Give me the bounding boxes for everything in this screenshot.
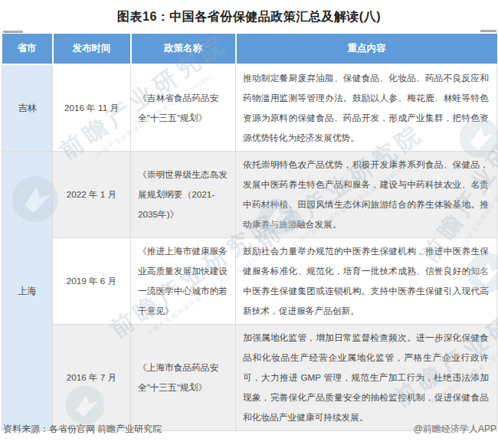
date-cell: 2019 年 6 月 [53, 238, 131, 325]
column-header-content: 重点内容 [236, 34, 497, 64]
province-cell-jilin: 吉林 [2, 64, 53, 152]
policy-content-cell: 依托崇明特色农产品优势，积极开发康养系列食品、保健品，发展中医药养生特色产品和服… [236, 152, 497, 238]
date-cell: 2016 年 7 月 [53, 325, 131, 431]
policy-table: 省市 发布时间 政策名称 重点内容 吉林 2016 年 11 月 《吉林省食品药… [2, 34, 497, 431]
artifact-bar-left [3, 31, 23, 33]
policy-content-cell: 推动制定餐厨废弃油脂、保健食品、化妆品、药品不良反应和药物滥用监测等管理办法。鼓… [236, 64, 497, 152]
policy-name-cell: 《吉林省食品药品安全"十三五"规划》 [131, 64, 236, 152]
table-row: 2016 年 7 月 《上海市食品药品安全"十三五"规划》 加强属地化监管，增加… [2, 325, 497, 431]
policy-name-cell: 《上海市食品药品安全"十三五"规划》 [131, 325, 236, 431]
table-row: 上海 2022 年 1 月 《崇明世界级生态岛发展规划纲要（2021-2035年… [2, 152, 497, 238]
table-header-row: 省市 发布时间 政策名称 重点内容 [2, 34, 497, 64]
policy-content-cell: 加强属地化监管，增加日常监督检查频次。进一步深化保健食品和化妆品生产经营企业属地… [236, 325, 497, 431]
column-header-date: 发布时间 [53, 34, 131, 64]
policy-content-cell: 鼓励社会力量举办规范的中医养生保健机构，推进中医养生保健服务标准化、规范化，培育… [236, 238, 497, 325]
footer: 资料来源：各省份官网 前瞻产业研究院 @前瞻经济学人APP [3, 423, 496, 436]
table-row: 吉林 2016 年 11 月 《吉林省食品药品安全"十三五"规划》 推动制定餐厨… [2, 64, 497, 152]
policy-table-wrapper: 省市 发布时间 政策名称 重点内容 吉林 2016 年 11 月 《吉林省食品药… [2, 34, 496, 431]
policy-name-cell: 《推进上海市健康服务业高质量发展加快建设一流医学中心城市的若干意见》 [131, 238, 236, 325]
date-cell: 2016 年 11 月 [53, 64, 131, 152]
column-header-policy: 政策名称 [131, 34, 236, 64]
date-cell: 2022 年 1 月 [53, 152, 131, 238]
figure-page: 图表16：中国各省份保健品政策汇总及解读(八) 前瞻产业研究院 中国产业咨询领导… [0, 0, 498, 448]
data-source-label: 资料来源：各省份官网 前瞻产业研究院 [3, 423, 162, 436]
policy-name-cell: 《崇明世界级生态岛发展规划纲要（2021-2035年)》 [131, 152, 236, 238]
artifact-bar-right [480, 30, 496, 32]
table-row: 2019 年 6 月 《推进上海市健康服务业高质量发展加快建设一流医学中心城市的… [2, 238, 497, 325]
province-cell-shanghai: 上海 [2, 152, 53, 431]
credit-label: @前瞻经济学人APP [414, 423, 496, 436]
page-title: 图表16：中国各省份保健品政策汇总及解读(八) [0, 9, 498, 25]
column-header-province: 省市 [2, 34, 53, 64]
